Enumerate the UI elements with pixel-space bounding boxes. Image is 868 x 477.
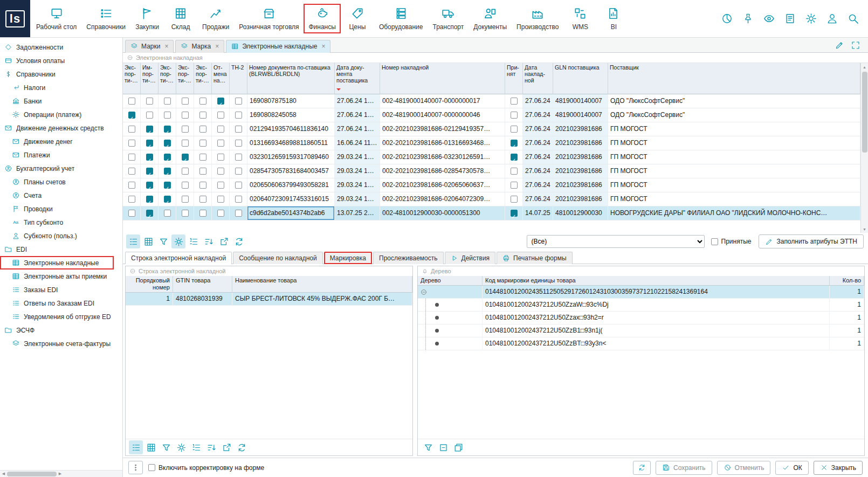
column-header[interactable]: Экс-пор-ти-… bbox=[176, 63, 194, 94]
row-checkbox[interactable] bbox=[217, 182, 224, 189]
top-menu-item[interactable]: Закупки bbox=[130, 4, 164, 33]
column-header[interactable]: Поставщик bbox=[608, 63, 860, 94]
pin-icon[interactable] bbox=[742, 12, 754, 25]
sidebar-item[interactable]: Проводки bbox=[0, 202, 122, 216]
accepted-checkbox[interactable] bbox=[711, 238, 718, 245]
table-row[interactable]: 032301265915931708946029.03.24 12:11002-… bbox=[123, 150, 860, 164]
top-menu-item[interactable]: Цены bbox=[341, 4, 374, 33]
table-row[interactable]: 169080787518027.06.24 15:51002-481900014… bbox=[123, 94, 860, 108]
row-checkbox[interactable] bbox=[182, 168, 189, 175]
pencil-icon[interactable] bbox=[835, 40, 844, 50]
user-icon[interactable] bbox=[826, 12, 838, 25]
row-checkbox[interactable] bbox=[164, 168, 171, 175]
ок-button[interactable]: ОК bbox=[775, 461, 808, 475]
row-checkbox[interactable] bbox=[128, 126, 135, 133]
table-row[interactable]: 021294193570461183614027.06.24 10:31002-… bbox=[123, 122, 860, 136]
column-header[interactable]: Дата доку-мента поставщика bbox=[335, 63, 380, 94]
row-checkbox[interactable] bbox=[128, 182, 135, 189]
enable-correction-toggle[interactable]: Включить корректировку на форме bbox=[148, 464, 264, 472]
top-menu-item[interactable]: Склад bbox=[164, 4, 197, 33]
row-checkbox[interactable] bbox=[182, 210, 189, 217]
numlist-toolbar-button[interactable] bbox=[189, 440, 203, 454]
column-header[interactable]: Дата наклад-ной bbox=[523, 63, 553, 94]
grid2-toolbar-button[interactable] bbox=[144, 440, 158, 454]
column-header[interactable]: Экс-пор-ти-… bbox=[194, 63, 212, 94]
row-checkbox[interactable] bbox=[511, 112, 518, 119]
expand-icon[interactable] bbox=[851, 40, 860, 50]
sidebar-item[interactable]: Операции (платеж) bbox=[0, 108, 122, 121]
scroll-down-icon[interactable]: ▼ bbox=[861, 225, 868, 233]
row-checkbox[interactable] bbox=[128, 98, 135, 105]
row-checkbox[interactable] bbox=[199, 98, 206, 105]
column-header[interactable]: При-нят bbox=[505, 63, 523, 94]
sidebar-item[interactable]: Справочники bbox=[0, 67, 122, 81]
sort-toolbar-button[interactable] bbox=[202, 234, 216, 248]
row-checkbox[interactable] bbox=[128, 112, 135, 119]
tree-row[interactable]: 0144810012002435112505291726012431030035… bbox=[418, 286, 864, 299]
sidebar-item[interactable]: EDI bbox=[0, 243, 122, 256]
search-icon[interactable] bbox=[847, 12, 859, 25]
row-checkbox[interactable] bbox=[146, 154, 153, 161]
sidebar-item[interactable]: AaТип субконто bbox=[0, 216, 122, 229]
pie-icon[interactable] bbox=[721, 12, 733, 25]
row-checkbox[interactable] bbox=[146, 98, 153, 105]
column-header[interactable]: Номер накладной bbox=[380, 63, 505, 94]
row-checkbox[interactable] bbox=[146, 126, 153, 133]
row-checkbox[interactable] bbox=[199, 112, 206, 119]
top-menu-item[interactable]: Финансы bbox=[304, 4, 340, 33]
sidebar-item[interactable]: Платежи bbox=[0, 148, 122, 162]
scrollbar-thumb[interactable] bbox=[7, 472, 57, 476]
row-checkbox[interactable] bbox=[164, 112, 171, 119]
row-checkbox[interactable] bbox=[199, 196, 206, 203]
sidebar-item[interactable]: Уведомления об отгрузке ED bbox=[0, 310, 122, 323]
row-checkbox[interactable] bbox=[511, 126, 518, 133]
gear-icon[interactable] bbox=[805, 12, 817, 25]
rows-toolbar-button[interactable] bbox=[126, 234, 140, 248]
row-checkbox[interactable] bbox=[511, 196, 518, 203]
row-checkbox[interactable] bbox=[235, 126, 242, 133]
column-header[interactable]: GTIN товара bbox=[173, 276, 232, 292]
row-checkbox[interactable] bbox=[164, 196, 171, 203]
sort-toolbar-button[interactable] bbox=[204, 440, 218, 454]
row-checkbox[interactable] bbox=[235, 210, 242, 217]
grid-vertical-scrollbar[interactable]: ▲ ▼ bbox=[860, 63, 868, 233]
boxes-toolbar-button[interactable] bbox=[451, 440, 465, 454]
collapse-panel-icon[interactable] bbox=[129, 268, 136, 274]
row-checkbox[interactable] bbox=[164, 126, 171, 133]
numlist-toolbar-button[interactable] bbox=[187, 234, 201, 248]
row-checkbox[interactable] bbox=[182, 112, 189, 119]
row-checkbox[interactable] bbox=[182, 98, 189, 105]
sidebar-horizontal-scrollbar[interactable]: ◀ ▶ bbox=[0, 470, 122, 477]
row-checkbox[interactable] bbox=[199, 210, 206, 217]
detail-subtab[interactable]: Сообщение по накладной bbox=[233, 252, 323, 264]
refresh-toolbar-button[interactable] bbox=[232, 234, 246, 248]
tab-close-icon[interactable]: × bbox=[321, 43, 325, 50]
fill-ettn-attributes-button[interactable]: Заполнить атрибуты ЭТТН bbox=[759, 234, 864, 248]
row-checkbox[interactable] bbox=[235, 112, 242, 119]
boxminus-toolbar-button[interactable] bbox=[436, 440, 450, 454]
top-menu-item[interactable]: Документы bbox=[469, 4, 512, 33]
column-header[interactable]: Наименование товара bbox=[232, 276, 412, 292]
column-header[interactable]: Код маркировки единицы товара bbox=[483, 276, 830, 285]
column-header[interactable]: Номер документа по-ставщика (BLRWBL/BLRD… bbox=[247, 63, 335, 94]
document-tab[interactable]: Электронные накладные× bbox=[226, 40, 330, 53]
top-menu-item[interactable]: Розничная торговля bbox=[234, 4, 304, 33]
filter-select[interactable]: (Все) bbox=[527, 235, 705, 248]
column-header[interactable]: GLN поставщика bbox=[553, 63, 608, 94]
detail-subtab[interactable]: Строка электронной накладной bbox=[125, 252, 232, 264]
sidebar-item[interactable]: Движение денежных средств bbox=[0, 121, 122, 135]
row-checkbox[interactable] bbox=[182, 126, 189, 133]
row-checkbox[interactable] bbox=[164, 98, 171, 105]
row-checkbox[interactable] bbox=[235, 182, 242, 189]
rows-toolbar-button[interactable] bbox=[129, 440, 143, 454]
row-checkbox[interactable] bbox=[146, 182, 153, 189]
row-checkbox[interactable] bbox=[182, 196, 189, 203]
top-menu-item[interactable]: Производство bbox=[512, 4, 563, 33]
top-menu-item[interactable]: Справочники bbox=[81, 4, 130, 33]
table-row[interactable]: c9d6d2abe5014374b2ab613.07.25 21:37002-4… bbox=[123, 206, 860, 220]
detail-subtab[interactable]: Прослеживаемость bbox=[373, 252, 444, 264]
row-checkbox[interactable] bbox=[511, 182, 518, 189]
row-checkbox[interactable] bbox=[182, 154, 189, 161]
tab-close-icon[interactable]: × bbox=[215, 43, 219, 50]
row-checkbox[interactable] bbox=[511, 154, 518, 161]
